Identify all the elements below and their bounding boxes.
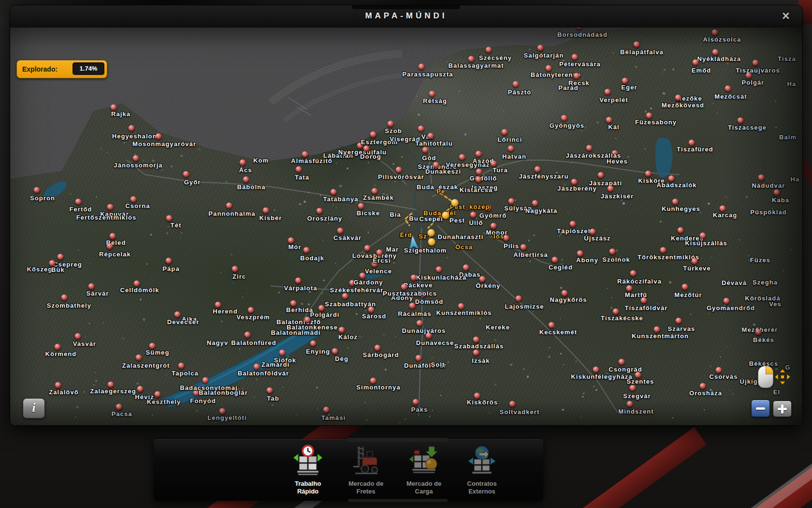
city-marker[interactable] (608, 186, 614, 192)
city-label[interactable]: Karcag (713, 211, 738, 219)
city-label[interactable]: Dunakeszi (425, 168, 461, 175)
city-marker[interactable] (725, 86, 731, 92)
city-label[interactable]: Albertirsa (513, 251, 548, 258)
city-label[interactable]: Mezőtúr (674, 291, 702, 299)
city-marker[interactable] (166, 258, 172, 264)
city-label[interactable]: Bicske (357, 209, 380, 217)
city-label[interactable]: Zirc (232, 273, 246, 280)
city-label[interactable]: Dég (335, 355, 348, 362)
city-marker[interactable] (226, 203, 232, 209)
city-label[interactable]: Rákóczifalva (617, 278, 662, 285)
city-label-explored[interactable]: Buda_dél (423, 209, 456, 217)
city-label[interactable]: Herend (213, 308, 237, 315)
zoom-out-button[interactable] (751, 400, 770, 417)
city-marker[interactable] (263, 208, 269, 214)
close-button[interactable]: × (777, 8, 795, 25)
city-marker[interactable] (755, 329, 762, 335)
city-label[interactable]: Győr (184, 179, 201, 186)
city-marker[interactable] (413, 399, 419, 405)
city-label[interactable]: Ercsi (373, 257, 391, 264)
city-label[interactable]: Várpalota (284, 284, 317, 292)
city-marker[interactable] (178, 363, 185, 369)
city-marker[interactable] (75, 333, 81, 340)
city-label[interactable]: Kőszeg (27, 266, 53, 273)
city-marker[interactable] (396, 167, 402, 173)
city-label[interactable]: Székesfehérvár (330, 286, 384, 294)
city-marker[interactable] (304, 317, 311, 323)
city-marker[interactable] (411, 275, 417, 281)
city-label[interactable]: Kunhegyes (662, 205, 700, 212)
city-marker[interactable] (245, 332, 251, 338)
city-label[interactable]: Ráckeve (404, 282, 433, 289)
city-marker[interactable] (508, 146, 514, 152)
city-marker[interactable] (532, 200, 538, 207)
city-label[interactable]: Pilis (504, 242, 519, 250)
city-marker[interactable] (332, 348, 338, 355)
city-marker[interactable] (58, 254, 64, 260)
city-marker[interactable] (675, 95, 682, 101)
city-label[interactable]: Szob (385, 127, 402, 134)
city-label[interactable]: Zalalövő (49, 388, 79, 396)
city-label[interactable]: Eger (621, 84, 637, 91)
city-label[interactable]: Füzes (750, 256, 770, 264)
city-label[interactable]: Szécsény (479, 54, 512, 61)
city-marker[interactable] (416, 355, 422, 361)
city-label[interactable]: Fertőd (69, 206, 92, 213)
city-label[interactable]: Cegléd (549, 264, 573, 271)
city-label[interactable]: Csorvás (709, 373, 738, 380)
city-marker[interactable] (370, 132, 377, 138)
city-marker[interactable] (593, 367, 599, 373)
city-label[interactable]: Hegyeshalom (112, 133, 159, 140)
city-label[interactable]: Tatabánya (323, 195, 358, 203)
tab-freight-market[interactable]: Mercado de Fretes (337, 444, 395, 498)
city-marker[interactable] (133, 155, 139, 162)
tab-quick-job[interactable]: Trabalho Rápido (279, 444, 337, 498)
city-label[interactable]: Szentes (627, 378, 654, 385)
city-label[interactable]: Berhida (286, 306, 313, 314)
city-label[interactable]: Balatonföldvár (238, 370, 289, 377)
city-label[interactable]: Verpelét (599, 96, 628, 104)
city-marker[interactable] (243, 177, 249, 183)
city-marker[interactable] (700, 383, 706, 389)
city-label[interactable]: Zsámbék (363, 194, 394, 201)
city-label[interactable]: Békés (753, 336, 774, 344)
city-marker[interactable] (155, 391, 161, 398)
city-marker[interactable] (317, 208, 323, 214)
city-marker[interactable] (672, 199, 679, 205)
city-label[interactable]: Szegvár (623, 392, 651, 400)
city-label[interactable]: Sárvár (86, 290, 109, 297)
city-label[interactable]: Bábolna (237, 183, 266, 191)
city-label[interactable]: Kiskunfélegyháza (571, 373, 632, 380)
city-label[interactable]: Devecser (167, 318, 200, 326)
city-marker[interactable] (549, 322, 555, 329)
city-marker[interactable] (630, 270, 637, 277)
city-label[interactable]: Dömsöd (415, 298, 444, 305)
city-label[interactable]: Balm (779, 134, 797, 141)
city-label[interactable]: Szarvas (668, 325, 696, 332)
city-marker[interactable] (55, 344, 61, 350)
city-label[interactable]: Lajosmizse (505, 303, 544, 310)
city-label[interactable]: Jászapáti (589, 179, 622, 187)
city-label[interactable]: Bodajk (300, 254, 324, 262)
city-marker[interactable] (323, 407, 330, 413)
city-marker[interactable] (279, 350, 286, 356)
city-label[interactable]: Kisbér (259, 214, 282, 222)
city-marker[interactable] (605, 89, 611, 95)
city-label[interactable]: Törökszentmiklós (638, 254, 699, 261)
city-marker[interactable] (116, 404, 122, 410)
city-label[interactable]: Kunszentmiklós (436, 309, 492, 316)
city-marker[interactable] (634, 42, 640, 48)
city-marker[interactable] (746, 73, 752, 79)
city-label[interactable]: Polgár (741, 79, 764, 86)
city-label[interactable]: Recsk (568, 79, 590, 87)
city-label[interactable]: Solt (431, 361, 445, 368)
city-label[interactable]: Vasvár (73, 340, 97, 347)
city-label[interactable]: Emőd (692, 67, 711, 74)
city-marker[interactable] (473, 350, 479, 356)
city-label[interactable]: Jászárokszállás (566, 152, 622, 159)
city-marker[interactable] (331, 189, 337, 195)
city-label-explored[interactable]: Érd (400, 231, 412, 239)
city-label[interactable]: Tata (295, 174, 309, 181)
city-marker[interactable] (513, 81, 519, 88)
city-marker[interactable] (641, 298, 647, 304)
